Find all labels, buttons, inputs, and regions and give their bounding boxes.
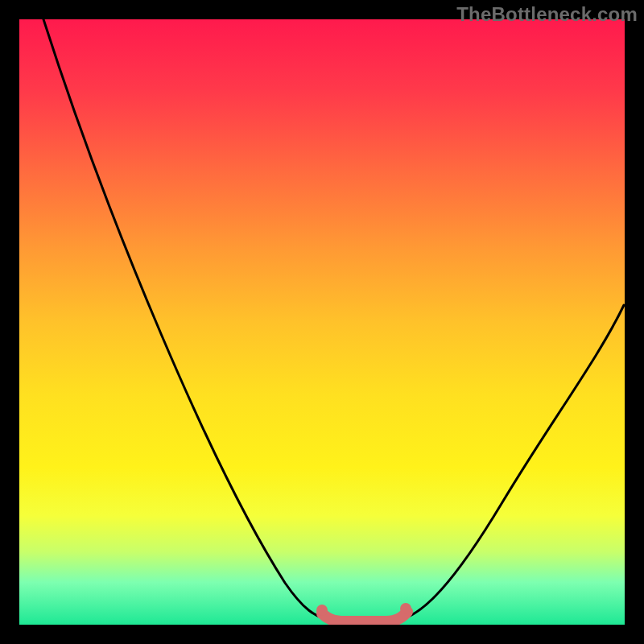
- optimal-range-band: [322, 612, 407, 621]
- optimal-range-marker-start: [316, 605, 328, 616]
- watermark-text: TheBottleneck.com: [456, 3, 638, 26]
- bottleneck-curve-left: [43, 19, 332, 620]
- chart-svg: [19, 19, 625, 625]
- optimal-range-marker-end: [400, 603, 411, 614]
- bottleneck-curve-right: [398, 305, 624, 620]
- chart-frame: [19, 19, 625, 625]
